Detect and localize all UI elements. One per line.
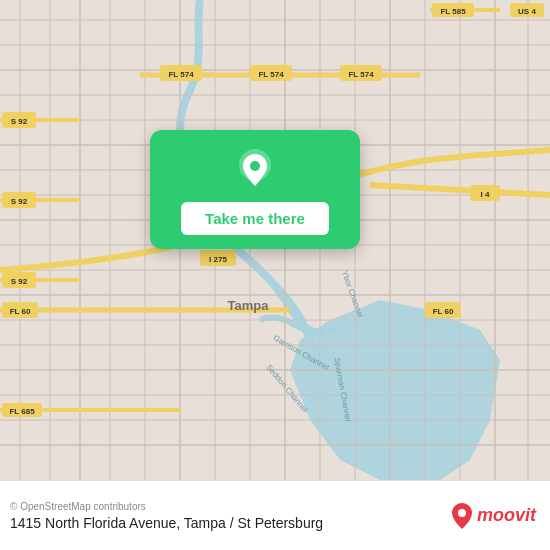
svg-text:S 92: S 92 (11, 197, 28, 206)
svg-point-69 (458, 509, 466, 517)
svg-text:S 92: S 92 (11, 117, 28, 126)
svg-text:FL 60: FL 60 (433, 307, 454, 316)
address-text: 1415 North Florida Avenue, Tampa / St Pe… (10, 515, 323, 531)
svg-text:FL 585: FL 585 (440, 7, 466, 16)
svg-point-68 (250, 161, 260, 171)
svg-text:S 92: S 92 (11, 277, 28, 286)
svg-text:US 4: US 4 (518, 7, 536, 16)
take-me-there-button[interactable]: Take me there (181, 202, 329, 235)
moovit-brand-text: moovit (477, 505, 536, 526)
svg-text:Tampa: Tampa (228, 298, 270, 313)
svg-text:I 4: I 4 (481, 190, 490, 199)
bottom-info: © OpenStreetMap contributors 1415 North … (10, 501, 323, 531)
copyright-text: © OpenStreetMap contributors (10, 501, 323, 512)
svg-text:FL 685: FL 685 (9, 407, 35, 416)
svg-text:FL 60: FL 60 (10, 307, 31, 316)
moovit-logo: moovit (451, 502, 536, 530)
svg-text:FL 574: FL 574 (258, 70, 284, 79)
location-pin-icon (233, 148, 277, 192)
map-container: S 92 S 92 S 92 FL 574 FL 574 FL 574 I 27… (0, 0, 550, 480)
svg-text:FL 574: FL 574 (348, 70, 374, 79)
svg-text:I 275: I 275 (209, 255, 227, 264)
bottom-bar: © OpenStreetMap contributors 1415 North … (0, 480, 550, 550)
popup-card: Take me there (150, 130, 360, 249)
svg-text:FL 574: FL 574 (168, 70, 194, 79)
moovit-pin-icon (451, 502, 473, 530)
